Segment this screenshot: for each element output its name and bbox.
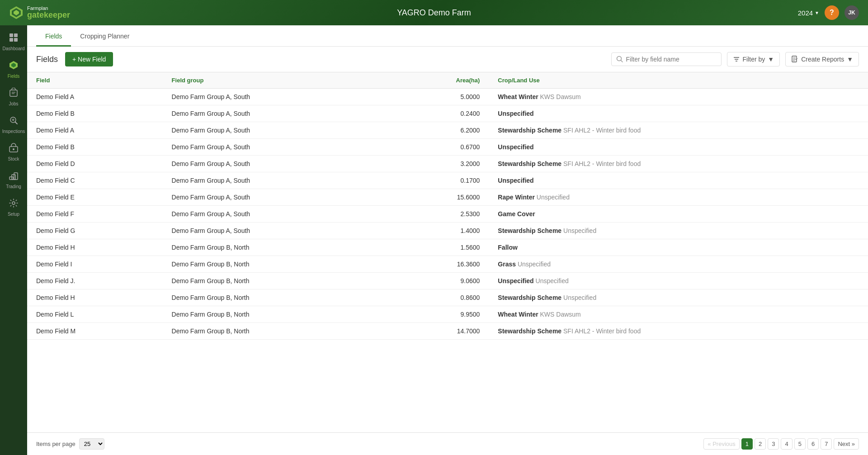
create-reports-button[interactable]: Create Reports ▼ bbox=[785, 52, 859, 66]
cell-field-group: Demo Farm Group A, South bbox=[163, 139, 390, 156]
search-box bbox=[611, 52, 722, 66]
previous-button[interactable]: « Previous bbox=[703, 438, 739, 450]
table-row[interactable]: Demo Field J.Demo Farm Group B, North9.0… bbox=[27, 273, 868, 289]
toolbar: Fields + New Field bbox=[27, 47, 868, 72]
cell-area: 3.2000 bbox=[390, 156, 489, 172]
search-input[interactable] bbox=[626, 56, 717, 63]
year-selector[interactable]: 2024 ▼ bbox=[798, 9, 819, 17]
table-row[interactable]: Demo Field MDemo Farm Group B, North14.7… bbox=[27, 323, 868, 340]
cell-field: Demo Field B bbox=[27, 105, 163, 122]
table-row[interactable]: Demo Field HDemo Farm Group B, North0.86… bbox=[27, 289, 868, 306]
svg-rect-20 bbox=[14, 173, 18, 180]
cell-area: 15.6000 bbox=[390, 189, 489, 206]
cell-field: Demo Field M bbox=[27, 323, 163, 340]
sidebar-trading-label: Trading bbox=[6, 184, 21, 189]
svg-rect-6 bbox=[14, 38, 18, 42]
sidebar-item-stock[interactable]: Stock bbox=[1, 139, 26, 165]
reports-icon bbox=[791, 56, 798, 63]
stock-icon bbox=[9, 143, 19, 155]
content-area: Fields Cropping Planner Fields + New Fie… bbox=[27, 25, 868, 455]
fields-icon bbox=[9, 60, 19, 72]
cell-field: Demo Field J. bbox=[27, 273, 163, 289]
tab-bar: Fields Cropping Planner bbox=[27, 25, 868, 47]
table-row[interactable]: Demo Field BDemo Farm Group A, South0.67… bbox=[27, 139, 868, 156]
cell-crop: Game Cover bbox=[489, 206, 868, 223]
cell-crop: Rape Winter Unspecified bbox=[489, 189, 868, 206]
page-6-button[interactable]: 6 bbox=[807, 438, 819, 450]
table-row[interactable]: Demo Field CDemo Farm Group A, South0.17… bbox=[27, 172, 868, 189]
page-3-button[interactable]: 3 bbox=[768, 438, 779, 450]
trading-icon bbox=[9, 171, 19, 183]
create-reports-chevron-icon: ▼ bbox=[847, 56, 853, 63]
cell-field-group: Demo Farm Group A, South bbox=[163, 156, 390, 172]
sidebar-item-setup[interactable]: Setup bbox=[1, 194, 26, 220]
sidebar-dashboard-label: Dashboard bbox=[3, 46, 25, 51]
sidebar-stock-label: Stock bbox=[8, 156, 19, 161]
svg-rect-5 bbox=[9, 38, 13, 42]
pagination-controls: « Previous 1 2 3 4 5 6 7 Next » bbox=[703, 438, 859, 450]
items-per-page: Items per page 25 50 100 bbox=[36, 438, 104, 450]
col-area: Area(ha) bbox=[390, 72, 489, 89]
svg-point-17 bbox=[13, 148, 14, 150]
year-chevron-icon: ▼ bbox=[815, 10, 819, 15]
table-row[interactable]: Demo Field BDemo Farm Group A, South0.24… bbox=[27, 105, 868, 122]
sidebar-item-inspections[interactable]: Inspections bbox=[1, 112, 26, 137]
cell-crop: Stewardship Scheme Unspecified bbox=[489, 289, 868, 306]
svg-line-13 bbox=[15, 122, 18, 124]
page-2-button[interactable]: 2 bbox=[755, 438, 766, 450]
table-row[interactable]: Demo Field EDemo Farm Group A, South15.6… bbox=[27, 189, 868, 206]
filter-chevron-icon: ▼ bbox=[768, 56, 774, 63]
items-per-page-select[interactable]: 25 50 100 bbox=[79, 438, 104, 450]
table-row[interactable]: Demo Field IDemo Farm Group B, North16.3… bbox=[27, 256, 868, 273]
top-header: Farmplan gatekeeper YAGRO Demo Farm 2024… bbox=[0, 0, 868, 25]
cell-field-group: Demo Farm Group A, South bbox=[163, 122, 390, 139]
table-row[interactable]: Demo Field HDemo Farm Group B, North1.56… bbox=[27, 239, 868, 256]
tab-fields[interactable]: Fields bbox=[36, 25, 71, 47]
cell-field: Demo Field D bbox=[27, 156, 163, 172]
table-row[interactable]: Demo Field FDemo Farm Group A, South2.53… bbox=[27, 206, 868, 223]
cell-field: Demo Field B bbox=[27, 139, 163, 156]
sidebar: Dashboard Fields Jobs bbox=[0, 25, 27, 455]
sidebar-item-dashboard[interactable]: Dashboard bbox=[1, 29, 26, 55]
cell-field: Demo Field H bbox=[27, 239, 163, 256]
table-row[interactable]: Demo Field LDemo Farm Group B, North9.95… bbox=[27, 306, 868, 323]
sidebar-item-fields[interactable]: Fields bbox=[1, 57, 26, 82]
cell-area: 1.5600 bbox=[390, 239, 489, 256]
page-title: Fields bbox=[36, 55, 58, 64]
inspections-icon bbox=[9, 115, 19, 128]
jobs-icon bbox=[9, 88, 19, 100]
cell-field-group: Demo Farm Group A, South bbox=[163, 172, 390, 189]
table-row[interactable]: Demo Field DDemo Farm Group A, South3.20… bbox=[27, 156, 868, 172]
items-per-page-label: Items per page bbox=[36, 441, 75, 447]
cell-crop: Unspecified bbox=[489, 172, 868, 189]
sidebar-item-trading[interactable]: Trading bbox=[1, 167, 26, 193]
page-4-button[interactable]: 4 bbox=[781, 438, 792, 450]
filter-button[interactable]: Filter by ▼ bbox=[727, 52, 780, 66]
table-row[interactable]: Demo Field ADemo Farm Group A, South6.20… bbox=[27, 122, 868, 139]
page-7-button[interactable]: 7 bbox=[821, 438, 832, 450]
toolbar-right: Filter by ▼ Create Reports ▼ bbox=[611, 52, 859, 66]
cell-field-group: Demo Farm Group A, South bbox=[163, 105, 390, 122]
main-layout: Dashboard Fields Jobs bbox=[0, 25, 868, 455]
filter-icon bbox=[733, 56, 740, 63]
sidebar-inspections-label: Inspections bbox=[2, 129, 25, 134]
page-5-button[interactable]: 5 bbox=[794, 438, 806, 450]
cell-area: 16.3600 bbox=[390, 256, 489, 273]
cell-area: 6.2000 bbox=[390, 122, 489, 139]
table-row[interactable]: Demo Field ADemo Farm Group A, South5.00… bbox=[27, 89, 868, 105]
svg-line-23 bbox=[621, 61, 623, 62]
setup-icon bbox=[9, 198, 19, 210]
cell-field: Demo Field L bbox=[27, 306, 163, 323]
table-row[interactable]: Demo Field GDemo Farm Group A, South1.40… bbox=[27, 223, 868, 239]
cell-field: Demo Field H bbox=[27, 289, 163, 306]
new-field-button[interactable]: + New Field bbox=[65, 52, 113, 66]
dashboard-icon bbox=[9, 33, 19, 45]
sidebar-item-jobs[interactable]: Jobs bbox=[1, 84, 26, 110]
help-button[interactable]: ? bbox=[825, 5, 839, 20]
cell-area: 0.8600 bbox=[390, 289, 489, 306]
cell-crop: Stewardship Scheme Unspecified bbox=[489, 223, 868, 239]
page-1-button[interactable]: 1 bbox=[741, 438, 753, 450]
user-avatar[interactable]: JK bbox=[844, 5, 859, 20]
next-button[interactable]: Next » bbox=[834, 438, 859, 450]
tab-cropping-planner[interactable]: Cropping Planner bbox=[71, 25, 138, 47]
